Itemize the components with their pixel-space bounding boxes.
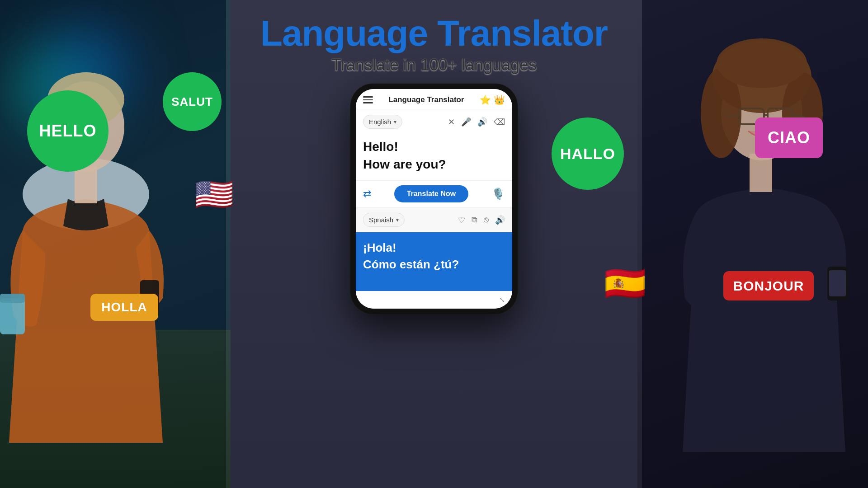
target-lang-section: Spnaish ▾ ♡ ⧉ ⎋ 🔊	[356, 207, 512, 232]
expand-icon[interactable]: ⤡	[499, 296, 505, 304]
header: Language Translator Translate in 100+ la…	[260, 0, 608, 75]
phone-mockup: Language Translator ⭐ 👑 English ▾	[350, 84, 518, 314]
translate-mic-icon[interactable]: 🎙️	[491, 188, 505, 200]
bubble-hallo-text: HALLO	[560, 145, 615, 163]
menu-icon[interactable]	[363, 96, 373, 103]
clear-icon[interactable]: ✕	[448, 117, 455, 127]
flag-es: 🇪🇸	[604, 262, 646, 305]
crown-icon: 👑	[494, 94, 505, 105]
us-flag-emoji: 🇺🇸	[194, 177, 234, 212]
source-speaker-icon[interactable]: 🔊	[477, 117, 487, 127]
swap-icon[interactable]: ⇄	[363, 188, 371, 200]
phone-header-icons: ⭐ 👑	[480, 94, 505, 105]
menu-line-2	[363, 99, 373, 101]
app-title: Language Translator	[260, 14, 608, 53]
target-dropdown-arrow: ▾	[396, 217, 399, 223]
target-copy-icon[interactable]: ⧉	[472, 215, 477, 225]
source-text-area[interactable]: Hello! How are you?	[356, 134, 512, 180]
es-flag-emoji: 🇪🇸	[604, 264, 646, 304]
translate-button[interactable]: Translate Now	[394, 185, 468, 202]
menu-line-1	[363, 96, 373, 98]
output-area[interactable]: ¡Hola! Cómo están ¿tú?	[356, 232, 512, 291]
bubble-bonjour: BONJOUR	[723, 271, 814, 300]
phone-screen: Language Translator ⭐ 👑 English ▾	[356, 89, 512, 309]
bubble-hallo: HALLO	[552, 117, 624, 190]
source-mic-icon[interactable]: 🎤	[461, 117, 471, 127]
target-ctrl-icons: ♡ ⧉ ⎋ 🔊	[458, 215, 505, 225]
source-lang-dropdown[interactable]: English ▾	[363, 115, 402, 129]
bubble-salut-text: SALUT	[171, 95, 213, 109]
target-lang-dropdown[interactable]: Spnaish ▾	[363, 213, 405, 227]
bubble-hello-text: HELLO	[39, 122, 97, 141]
menu-line-3	[363, 102, 373, 103]
source-text: Hello! How are you?	[363, 138, 505, 173]
middle-controls: ⇄ Translate Now 🎙️	[356, 180, 512, 207]
source-line2: How are you?	[363, 157, 446, 171]
star-icon: ⭐	[480, 94, 491, 105]
bubble-holla-text: HOLLA	[101, 300, 147, 314]
bubble-holla: HOLLA	[90, 294, 158, 321]
bubble-ciao-text: CIAO	[768, 128, 810, 147]
app-subtitle: Translate in 100+ languages	[260, 56, 608, 75]
phone-app-title: Language Translator	[388, 95, 464, 104]
bubble-bonjour-text: BONJOUR	[733, 278, 804, 294]
target-share-icon[interactable]: ⎋	[484, 215, 489, 225]
target-heart-icon[interactable]: ♡	[458, 215, 465, 225]
source-lang-name: English	[369, 118, 391, 126]
source-line1: Hello!	[363, 140, 398, 154]
output-text: ¡Hola! Cómo están ¿tú?	[363, 239, 505, 272]
output-line1: ¡Hola!	[363, 241, 396, 254]
bubble-salut: SALUT	[163, 72, 222, 131]
bubble-ciao: CIAO	[755, 117, 823, 158]
bubble-hello: HELLO	[27, 90, 108, 172]
target-speaker-icon[interactable]: 🔊	[495, 215, 505, 225]
flag-us: 🇺🇸	[194, 176, 240, 212]
phone-app-header: Language Translator ⭐ 👑	[356, 89, 512, 109]
output-line2: Cómo están ¿tú?	[363, 258, 459, 271]
phone-outer-frame: Language Translator ⭐ 👑 English ▾	[350, 84, 518, 314]
phone-bottom-bar: ⤡	[356, 291, 512, 309]
source-lang-section: English ▾ ✕ 🎤 🔊 ⌫	[356, 109, 512, 134]
target-lang-name: Spnaish	[369, 216, 393, 224]
source-delete-icon[interactable]: ⌫	[494, 117, 505, 127]
source-dropdown-arrow: ▾	[394, 119, 396, 125]
source-ctrl-icons: ✕ 🎤 🔊 ⌫	[448, 117, 505, 127]
